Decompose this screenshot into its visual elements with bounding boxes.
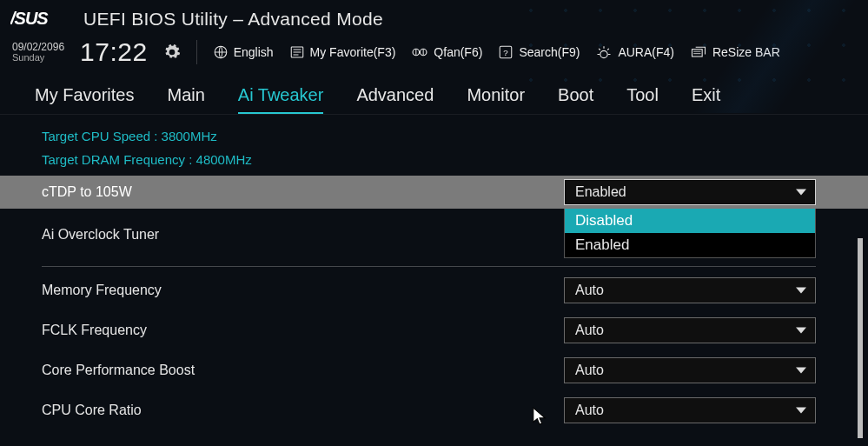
svg-text:?: ? xyxy=(504,48,509,57)
separator xyxy=(42,266,816,267)
aura-button[interactable]: AURA(F4) xyxy=(595,44,674,60)
setting-row-cpu-core-ratio[interactable]: CPU Core Ratio Auto xyxy=(0,390,868,430)
dropdown-option-disabled[interactable]: Disabled xyxy=(565,209,815,233)
time-text: 17:22 xyxy=(80,37,148,67)
scrollbar-thumb[interactable] xyxy=(858,238,863,438)
resizebar-button[interactable]: ReSize BAR xyxy=(690,44,780,60)
tab-main[interactable]: Main xyxy=(167,85,204,114)
svg-point-7 xyxy=(600,50,607,57)
setting-label: cTDP to 105W xyxy=(42,184,564,200)
tab-advanced[interactable]: Advanced xyxy=(356,85,434,114)
setting-label: Core Performance Boost xyxy=(42,363,564,378)
date-block: 09/02/2096 Sunday xyxy=(12,42,64,63)
setting-label: Ai Overclock Tuner xyxy=(42,227,564,243)
my-favorite-button[interactable]: My Favorite(F3) xyxy=(289,44,396,60)
search-label: Search(F9) xyxy=(519,45,580,59)
qfan-label: Qfan(F6) xyxy=(434,45,482,59)
aura-label: AURA(F4) xyxy=(618,45,674,59)
setting-row-core-performance-boost[interactable]: Core Performance Boost Auto xyxy=(0,350,868,390)
dropdown-option-enabled[interactable]: Enabled xyxy=(565,233,815,257)
dropdown-ctdp: Disabled Enabled xyxy=(564,209,816,258)
setting-value: Enabled xyxy=(575,184,626,200)
tab-exit[interactable]: Exit xyxy=(692,85,720,114)
help-icon: ? xyxy=(498,44,514,60)
chevron-down-icon xyxy=(796,328,806,334)
tab-ai-tweaker[interactable]: Ai Tweaker xyxy=(238,85,324,114)
setting-row-fclk-frequency[interactable]: FCLK Frequency Auto xyxy=(0,310,868,350)
tab-tool[interactable]: Tool xyxy=(626,85,659,114)
setting-row-ctdp[interactable]: cTDP to 105W Enabled Disabled Enabled xyxy=(0,176,868,209)
topbar: 09/02/2096 Sunday 17:22 English My Favor… xyxy=(0,33,868,73)
divider xyxy=(196,40,197,64)
setting-value: Auto xyxy=(575,403,604,418)
chevron-down-icon xyxy=(796,288,806,294)
svg-rect-8 xyxy=(692,50,702,57)
setting-select-ctdp[interactable]: Enabled xyxy=(564,179,816,205)
setting-select-fclk-frequency[interactable]: Auto xyxy=(564,317,816,343)
globe-icon xyxy=(213,44,229,60)
resize-bar-icon xyxy=(690,44,707,60)
scrollbar[interactable] xyxy=(858,238,863,437)
resizebar-label: ReSize BAR xyxy=(712,45,780,59)
setting-value: Auto xyxy=(575,283,604,298)
setting-value: Auto xyxy=(575,323,604,338)
chevron-down-icon xyxy=(796,408,806,414)
brand-block: /SUS UEFI BIOS Utility – Advanced Mode xyxy=(10,9,383,30)
svg-text:/SUS: /SUS xyxy=(10,9,49,28)
setting-label: CPU Core Ratio xyxy=(42,403,564,418)
day-text: Sunday xyxy=(12,53,64,63)
my-favorite-label: My Favorite(F3) xyxy=(310,45,396,59)
setting-select-core-performance-boost[interactable]: Auto xyxy=(564,357,816,383)
setting-select-cpu-core-ratio[interactable]: Auto xyxy=(564,397,816,423)
qfan-button[interactable]: Qfan(F6) xyxy=(411,44,482,60)
setting-row-memory-frequency[interactable]: Memory Frequency Auto xyxy=(0,270,868,310)
setting-select-memory-frequency[interactable]: Auto xyxy=(564,277,816,303)
date-text: 09/02/2096 xyxy=(12,42,64,53)
tab-monitor[interactable]: Monitor xyxy=(467,85,525,114)
window-title: UEFI BIOS Utility – Advanced Mode xyxy=(83,9,383,30)
tab-my-favorites[interactable]: My Favorites xyxy=(35,85,134,114)
chevron-down-icon xyxy=(796,368,806,374)
target-cpu-speed: Target CPU Speed : 3800MHz xyxy=(0,123,868,147)
setting-label: FCLK Frequency xyxy=(42,323,564,338)
setting-label: Memory Frequency xyxy=(42,283,564,298)
search-button[interactable]: ? Search(F9) xyxy=(498,44,580,60)
target-dram-frequency: Target DRAM Frequency : 4800MHz xyxy=(0,147,868,170)
header: /SUS UEFI BIOS Utility – Advanced Mode xyxy=(0,0,868,33)
content-area: Target CPU Speed : 3800MHz Target DRAM F… xyxy=(0,115,868,446)
tab-boot[interactable]: Boot xyxy=(558,85,593,114)
list-icon xyxy=(289,44,305,60)
chevron-down-icon xyxy=(796,190,806,196)
language-label: English xyxy=(234,45,274,59)
language-button[interactable]: English xyxy=(213,44,274,60)
fan-icon xyxy=(411,44,428,60)
gear-icon[interactable] xyxy=(163,43,181,61)
asus-logo-icon: /SUS xyxy=(10,9,71,30)
aura-icon xyxy=(595,44,613,60)
setting-value: Auto xyxy=(575,363,604,378)
tab-bar: My Favorites Main Ai Tweaker Advanced Mo… xyxy=(0,73,868,115)
